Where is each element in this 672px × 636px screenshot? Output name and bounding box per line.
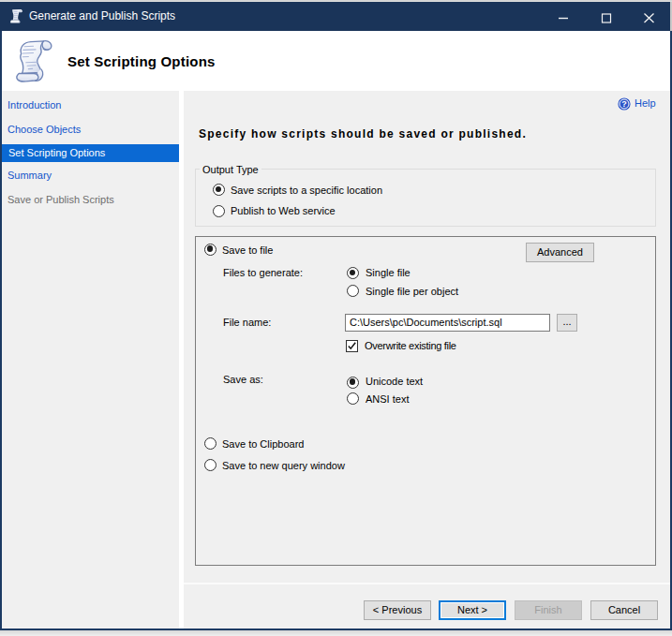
svg-text:?: ? [621, 99, 627, 109]
